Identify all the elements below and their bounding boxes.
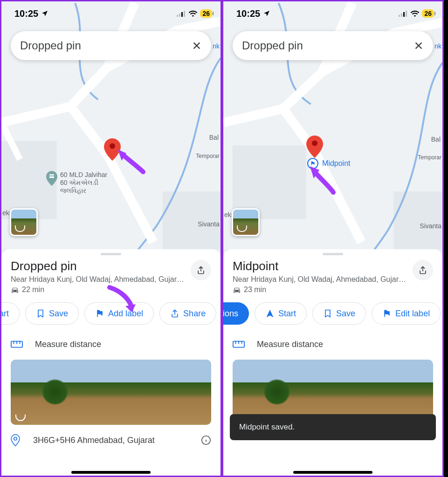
svg-rect-0 [177, 15, 178, 17]
status-bar: 10:25 26 [1, 1, 221, 26]
map-text: Temporar [196, 153, 220, 159]
bookmark-icon [323, 309, 332, 318]
toast: Midpoint saved. [230, 414, 436, 440]
svg-rect-9 [49, 176, 54, 177]
saved-place-label[interactable]: Midpoint [322, 159, 350, 168]
status-bar: 10:25 26 [223, 1, 442, 26]
car-icon [11, 286, 19, 293]
map-text: Sivanta [198, 220, 220, 228]
cellular-icon [399, 10, 408, 17]
save-chip[interactable]: Save [25, 302, 79, 325]
search-text: Dropped pin [242, 39, 414, 52]
share-icon [170, 309, 179, 318]
share-button[interactable] [191, 260, 211, 280]
measure-label: Measure distance [35, 340, 101, 349]
bottom-sheet[interactable]: Midpoint Near Hridaya Kunj, Old Wadaj, A… [223, 249, 442, 476]
map-text: nk [213, 42, 220, 50]
svg-point-12 [14, 437, 17, 441]
add-label-chip[interactable]: Add label [84, 302, 154, 325]
home-indicator[interactable] [293, 471, 372, 474]
share-icon [196, 266, 206, 275]
directions-chip[interactable]: ections [222, 302, 249, 325]
home-indicator[interactable] [71, 471, 151, 474]
pin-outline-icon [11, 434, 20, 446]
sheet-title: Dropped pin [11, 259, 211, 273]
search-text: Dropped pin [20, 39, 192, 52]
share-icon [418, 266, 427, 275]
measure-distance-row[interactable]: Measure distance [223, 332, 442, 360]
sheet-title: Midpoint [233, 259, 433, 273]
cellular-icon [177, 10, 186, 17]
svg-rect-15 [401, 14, 402, 17]
status-time: 10:25 [14, 8, 38, 19]
svg-rect-20 [393, 191, 442, 249]
edit-label-chip[interactable]: Edit label [372, 302, 441, 325]
svg-rect-16 [403, 12, 405, 17]
bottom-sheet[interactable]: Dropped pin Near Hridaya Kunj, Old Wadaj… [1, 249, 221, 476]
action-chips: ections Start Save Edit label [222, 300, 442, 332]
navigate-icon [265, 309, 275, 318]
sheet-grabber[interactable] [323, 253, 343, 255]
wifi-icon [410, 10, 420, 17]
map-text: nk [434, 42, 441, 50]
sheet-subtitle: Near Hridaya Kunj, Old Wadaj, Ahmedabad,… [11, 275, 211, 284]
svg-rect-2 [181, 12, 183, 17]
search-bar[interactable]: Dropped pin [11, 31, 211, 60]
svg-rect-17 [406, 11, 407, 17]
svg-rect-1 [179, 14, 180, 17]
svg-rect-14 [399, 15, 400, 17]
car-icon [233, 286, 241, 293]
right-screenshot: 10:25 26 Bal Temporar Sivanta ekr nk [222, 0, 444, 477]
wifi-icon [188, 10, 198, 17]
ruler-icon [11, 340, 23, 349]
map-text: Sivanta [420, 222, 441, 230]
share-chip[interactable]: Share [159, 302, 216, 325]
svg-point-10 [110, 143, 115, 149]
svg-point-21 [312, 141, 317, 146]
search-bar[interactable]: Dropped pin [233, 31, 433, 60]
streetview-photo[interactable] [11, 360, 211, 425]
measure-distance-row[interactable]: Measure distance [1, 332, 221, 360]
battery-indicator: 26 [200, 9, 212, 18]
location-arrow-icon [41, 10, 48, 17]
info-icon[interactable] [201, 435, 211, 445]
flag-icon [382, 309, 392, 318]
start-chip[interactable]: art [0, 302, 20, 325]
left-screenshot: 10:25 26 Bal Temporar Sivanta ekr [0, 0, 222, 477]
map-text: Bal [209, 134, 219, 141]
battery-indicator: 26 [422, 9, 434, 18]
close-icon[interactable] [414, 41, 424, 51]
sheet-grabber[interactable] [101, 253, 121, 255]
toast-text: Midpoint saved. [239, 422, 295, 431]
map-text: Temporar [418, 154, 441, 161]
location-arrow-icon [263, 10, 270, 17]
sheet-eta: 23 min [233, 286, 433, 294]
dropped-pin-icon[interactable] [104, 138, 121, 161]
sheet-eta: 22 min [11, 286, 211, 294]
address-text: 3H6G+5H6 Ahmedabad, Gujarat [33, 436, 155, 445]
dropped-pin-icon[interactable] [306, 136, 323, 158]
ruler-icon [233, 340, 245, 349]
bookmark-icon [36, 309, 45, 318]
flag-icon [95, 309, 104, 318]
start-chip[interactable]: Start [255, 302, 307, 325]
save-chip[interactable]: Save [312, 302, 366, 325]
poi-label: 60 MLD Jalvihar 60 એમએલડી જલવિહાર [60, 171, 107, 194]
saved-place-icon[interactable] [307, 158, 318, 169]
streetview-thumbnail[interactable] [232, 208, 260, 236]
sheet-subtitle: Near Hridaya Kunj, Old Wadaj, Ahmedabad,… [233, 275, 433, 284]
streetview-thumbnail[interactable] [10, 208, 38, 236]
action-chips: art Save Add label Share [0, 300, 221, 332]
close-icon[interactable] [192, 41, 202, 51]
measure-label: Measure distance [257, 340, 323, 349]
poi-pin[interactable]: 60 MLD Jalvihar 60 એમએલડી જલવિહાર [46, 171, 107, 194]
address-row[interactable]: 3H6G+5H6 Ahmedabad, Gujarat [1, 425, 221, 446]
svg-rect-3 [184, 11, 185, 17]
share-button[interactable] [413, 260, 433, 280]
map-text: Bal [431, 136, 441, 143]
svg-rect-8 [49, 175, 54, 176]
status-time: 10:25 [236, 8, 260, 19]
